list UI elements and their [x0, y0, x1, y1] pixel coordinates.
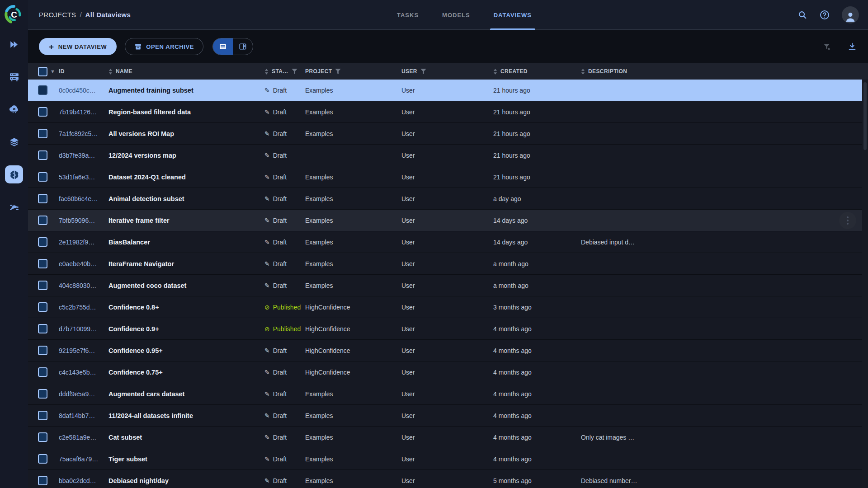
table-view-button[interactable] [213, 38, 233, 55]
dataview-name[interactable]: Augmented coco dataset [108, 282, 264, 289]
pipeline-icon [9, 202, 20, 213]
table-row[interactable]: c2e581a9e… Cat subset ✎ Draft Examples U… [28, 427, 868, 448]
user-cell: User [401, 412, 493, 419]
breadcrumb-projects[interactable]: PROJECTS [39, 11, 76, 19]
new-dataview-button[interactable]: + NEW DATAVIEW [39, 38, 117, 55]
clear-filters-button[interactable] [822, 42, 832, 52]
scrollbar-thumb[interactable] [863, 82, 867, 150]
row-checkbox[interactable] [38, 389, 47, 399]
row-checkbox[interactable] [38, 302, 47, 312]
dataview-name[interactable]: Confidence 0.75+ [108, 369, 264, 376]
table-row[interactable]: c4c143e5b… Confidence 0.75+ ✎ Draft High… [28, 361, 868, 383]
row-checkbox[interactable] [38, 150, 47, 160]
row-checkbox[interactable] [38, 324, 47, 333]
dataview-name[interactable]: Animal detection subset [108, 195, 264, 202]
row-checkbox[interactable] [38, 107, 47, 117]
table-row[interactable]: bba0c2dcd… Debiased night/day ✎ Draft Ex… [28, 470, 868, 488]
tab-dataviews[interactable]: DATAVIEWS [482, 0, 543, 30]
dataview-name[interactable]: Augmented training subset [108, 87, 264, 94]
sidebar-item-projects[interactable] [5, 35, 23, 53]
table-row[interactable]: 0c0cd450c… Augmented training subset ✎ D… [28, 80, 868, 101]
row-checkbox[interactable] [38, 129, 47, 138]
column-header-created[interactable]: CREATED [493, 68, 581, 75]
dataview-name[interactable]: Region-based filtered data [108, 108, 264, 116]
table-row[interactable]: fac60b6c4e… Animal detection subset ✎ Dr… [28, 188, 868, 210]
dataview-name[interactable]: Confidence 0.95+ [108, 347, 264, 354]
table-row[interactable]: d7b710099… Confidence 0.9+ ⊘ Published H… [28, 318, 868, 340]
row-checkbox[interactable] [38, 454, 47, 464]
row-checkbox[interactable] [38, 237, 47, 247]
filter-icon[interactable] [292, 69, 297, 74]
column-header-id[interactable]: ID [59, 68, 108, 75]
row-checkbox[interactable] [38, 367, 47, 377]
select-all-checkbox[interactable] [38, 67, 47, 76]
row-menu-button[interactable] [839, 212, 856, 229]
dataview-name[interactable]: Debiased night/day [108, 477, 264, 484]
dataview-name[interactable]: Iterative frame filter [108, 217, 264, 224]
sidebar-item-hyper-datasets[interactable] [5, 165, 23, 183]
sidebar-item-datasets[interactable] [5, 133, 23, 151]
table-row[interactable]: dddf9e5a9… Augmented cars dataset ✎ Draf… [28, 383, 868, 405]
row-checkbox[interactable] [38, 476, 47, 485]
created-cell: 14 days ago [493, 217, 581, 224]
dataview-name[interactable]: IteraFrame Navigator [108, 260, 264, 267]
column-header-project[interactable]: PROJECT [305, 68, 401, 75]
table-row[interactable]: 7b19b4126… Region-based filtered data ✎ … [28, 101, 868, 123]
search-button[interactable] [797, 10, 807, 20]
sort-icon[interactable] [108, 69, 113, 75]
dataview-name[interactable]: Confidence 0.9+ [108, 325, 264, 333]
table-row[interactable]: 8daf14bb7… 11/2024-all datasets infinite… [28, 405, 868, 427]
row-checkbox[interactable] [38, 432, 47, 442]
table-row[interactable]: d3b7fe39a… 12/2024 versions map ✎ Draft … [28, 145, 868, 166]
table-row[interactable]: 404c88030… Augmented coco dataset ✎ Draf… [28, 275, 868, 296]
dataview-name[interactable]: Tiger subset [108, 455, 264, 463]
tab-tasks[interactable]: TASKS [385, 0, 430, 30]
column-header-description[interactable]: DESCRIPTION [581, 68, 868, 75]
sidebar-item-pipelines[interactable] [5, 198, 23, 216]
table-row[interactable]: 2e11982f9… BiasBalancer ✎ Draft Examples… [28, 231, 868, 253]
table-row[interactable]: c5c2b755d… Confidence 0.8+ ⊘ Published H… [28, 296, 868, 318]
tab-models[interactable]: MODELS [430, 0, 482, 30]
row-checkbox[interactable] [38, 85, 47, 95]
dataview-name[interactable]: 11/2024-all datasets infinite [108, 412, 264, 419]
filter-icon[interactable] [335, 69, 341, 74]
row-checkbox[interactable] [38, 259, 47, 268]
table-row[interactable]: 53d1fa6e3… Dataset 2024-Q1 cleaned ✎ Dra… [28, 166, 868, 188]
help-button[interactable] [819, 9, 830, 20]
row-checkbox[interactable] [38, 346, 47, 355]
column-header-name[interactable]: NAME [108, 68, 264, 75]
column-header-status[interactable]: STA… [264, 68, 305, 75]
select-dropdown-caret[interactable]: ▼ [50, 69, 55, 74]
sort-icon[interactable] [581, 69, 585, 75]
table-row[interactable]: 7a1fc892c5… All versions ROI Map ✎ Draft… [28, 123, 868, 145]
dataview-name[interactable]: Augmented cars dataset [108, 390, 264, 398]
clearml-logo[interactable]: C [0, 0, 28, 29]
dataview-name[interactable]: All versions ROI Map [108, 130, 264, 137]
user-menu-button[interactable] [842, 6, 859, 23]
sidebar-item-cloud-autoscale[interactable] [5, 100, 23, 118]
table-row[interactable]: e0aebe40b… IteraFrame Navigator ✎ Draft … [28, 253, 868, 275]
row-checkbox[interactable] [38, 172, 47, 182]
split-view-icon [238, 42, 247, 51]
dataview-name[interactable]: Dataset 2024-Q1 cleaned [108, 174, 264, 181]
dataview-name[interactable]: Confidence 0.8+ [108, 304, 264, 311]
sort-icon[interactable] [264, 69, 269, 75]
table-row[interactable]: 92195e7f6… Confidence 0.95+ ✎ Draft High… [28, 340, 868, 361]
row-checkbox[interactable] [38, 281, 47, 290]
open-archive-button[interactable]: OPEN ARCHIVE [125, 38, 203, 55]
split-view-button[interactable] [233, 38, 253, 55]
dataview-name[interactable]: BiasBalancer [108, 239, 264, 246]
dataview-name[interactable]: Cat subset [108, 434, 264, 441]
sort-icon[interactable] [493, 69, 497, 75]
sidebar-item-workers-queues[interactable] [5, 68, 23, 86]
download-button[interactable] [847, 42, 857, 52]
column-header-user[interactable]: USER [401, 68, 493, 75]
dataview-name[interactable]: 12/2024 versions map [108, 152, 264, 159]
table-row[interactable]: 7bfb59096… Iterative frame filter ✎ Draf… [28, 210, 868, 231]
row-checkbox[interactable] [38, 194, 47, 203]
table-row[interactable]: 75acaf6a79… Tiger subset ✎ Draft Example… [28, 448, 868, 470]
row-checkbox[interactable] [38, 216, 47, 225]
row-checkbox[interactable] [38, 411, 47, 420]
filter-icon[interactable] [420, 69, 426, 74]
scrollbar-track[interactable] [862, 80, 868, 488]
